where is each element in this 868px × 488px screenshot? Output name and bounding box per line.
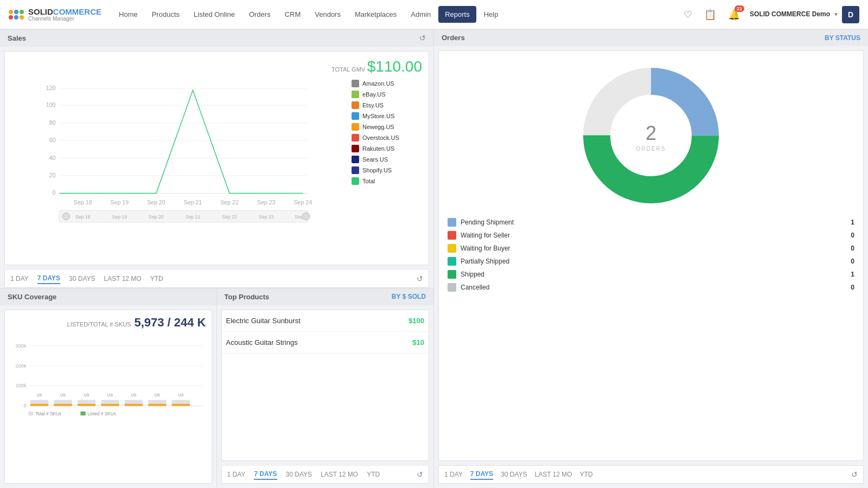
notifications-button[interactable]: 🔔 21 xyxy=(726,7,742,23)
legend-count-waiting-seller: 0 xyxy=(851,232,854,239)
clipboard-icon: 📋 xyxy=(704,9,716,20)
legend-label-newegg: Newegg.US xyxy=(362,124,394,130)
legend-label-mystore: MyStore.US xyxy=(362,113,394,119)
svg-text:Sep 18: Sep 18 xyxy=(75,214,91,220)
legend-shipped: Shipped 1 xyxy=(443,268,859,281)
brand-subtitle: Channels Manager xyxy=(28,16,101,22)
dot-2 xyxy=(14,10,18,14)
brand-dots xyxy=(9,10,24,20)
svg-rect-59 xyxy=(172,403,190,406)
legend-label-etsy: Etsy.US xyxy=(362,102,384,108)
product-row-1: Electric Guitar Sunburst $100 xyxy=(222,310,429,332)
sales-filter-ytd[interactable]: YTD xyxy=(150,274,163,284)
legend-count-pending: 1 xyxy=(851,219,854,226)
legend-color-shipped xyxy=(448,270,456,279)
nav-orders[interactable]: Orders xyxy=(242,6,277,23)
legend-amazon: Amazon.US xyxy=(352,80,422,87)
product-name-1: Electric Guitar Sunburst xyxy=(226,317,301,325)
favorites-button[interactable]: ♡ xyxy=(681,7,694,23)
orders-refresh-button[interactable]: ↺ xyxy=(851,470,858,479)
chart-area: 120 100 80 60 40 20 0 xyxy=(11,80,422,233)
svg-rect-62 xyxy=(80,411,85,415)
nav-crm[interactable]: CRM xyxy=(278,6,308,23)
sku-panel: LISTED/TOTAL # SKUS 5,973 / 244 K 300k 2… xyxy=(4,310,212,484)
top-products-title: Top Products xyxy=(225,293,270,301)
svg-text:100k: 100k xyxy=(16,383,27,388)
dot-3 xyxy=(20,10,24,14)
orders-filter-7days[interactable]: 7 DAYS xyxy=(470,469,493,480)
tp-filter-1day[interactable]: 1 DAY xyxy=(227,470,246,479)
legend-label-shopify: Shopify.US xyxy=(362,167,392,174)
orders-filter-ytd[interactable]: YTD xyxy=(580,470,593,479)
sales-filter-12mo[interactable]: LAST 12 MO xyxy=(104,274,142,284)
page-body: Sales ↺ TOTAL GMV $110.00 120 100 80 60 xyxy=(0,29,868,488)
right-column: Orders BY STATUS 2 ORDERS xyxy=(434,29,868,488)
legend-cancelled: Cancelled 0 xyxy=(443,281,859,294)
user-name-text: SOLID COMMERCE Demo xyxy=(750,10,830,19)
sales-filter-30days[interactable]: 30 DAYS xyxy=(69,274,95,284)
nav-home[interactable]: Home xyxy=(112,6,144,23)
product-price-1: $100 xyxy=(409,317,424,325)
sku-bar-chart: 300k 200k 100k 0 US xyxy=(10,334,206,421)
svg-text:Sep 19: Sep 19 xyxy=(110,199,129,206)
sales-title: Sales xyxy=(8,34,26,42)
orders-filter-1day[interactable]: 1 DAY xyxy=(444,470,463,479)
legend-label-amazon: Amazon.US xyxy=(362,80,394,87)
orders-header: Orders BY STATUS xyxy=(434,29,868,46)
legend-etsy: Etsy.US xyxy=(352,101,422,109)
clipboard-button[interactable]: 📋 xyxy=(702,7,718,23)
nav-marketplaces[interactable]: Marketplaces xyxy=(348,6,403,23)
legend-color-ebay xyxy=(352,91,359,98)
product-row-2: Acoustic Guitar Strings $10 xyxy=(222,332,429,354)
nav-admin[interactable]: Admin xyxy=(404,6,437,23)
sales-filter-1day[interactable]: 1 DAY xyxy=(10,274,29,284)
svg-text:40: 40 xyxy=(49,155,56,161)
navbar-right: ♡ 📋 🔔 21 SOLID COMMERCE Demo ▼ D xyxy=(681,6,859,23)
total-gmv-value: $110.00 xyxy=(367,58,422,75)
legend-shopify: Shopify.US xyxy=(352,166,422,174)
svg-text:20: 20 xyxy=(49,172,56,178)
sales-chart-refresh-button[interactable]: ↺ xyxy=(417,274,423,283)
svg-text:0: 0 xyxy=(23,403,26,408)
sku-coverage-header: SKU Coverage xyxy=(0,288,216,305)
legend-color-pending xyxy=(448,218,456,227)
svg-text:Sep 23: Sep 23 xyxy=(259,214,274,220)
tp-filter-30days[interactable]: 30 DAYS xyxy=(286,470,312,479)
svg-rect-60 xyxy=(28,411,33,415)
legend-newegg: Newegg.US xyxy=(352,123,422,131)
sales-filter-7days[interactable]: 7 DAYS xyxy=(37,273,60,284)
svg-text:Total # SKUs: Total # SKUs xyxy=(35,411,61,416)
tp-filter-7days[interactable]: 7 DAYS xyxy=(254,469,277,480)
tp-refresh-button[interactable]: ↺ xyxy=(417,470,423,479)
legend-total: Total xyxy=(352,177,422,185)
nav-vendors[interactable]: Vendors xyxy=(308,6,347,23)
nav-reports[interactable]: Reports xyxy=(438,6,476,23)
tp-filter-12mo[interactable]: LAST 12 MO xyxy=(321,470,358,479)
user-menu[interactable]: SOLID COMMERCE Demo ▼ D xyxy=(750,6,859,23)
top-products-time-filters: 1 DAY 7 DAYS 30 DAYS LAST 12 MO YTD ↺ xyxy=(221,465,430,484)
sales-refresh-button[interactable]: ↺ xyxy=(419,34,426,42)
brand-logo[interactable]: SOLIDCOMMERCE Channels Manager xyxy=(9,7,101,22)
orders-filter-30days[interactable]: 30 DAYS xyxy=(501,470,527,479)
legend-sears: Sears.US xyxy=(352,156,422,163)
navbar: SOLIDCOMMERCE Channels Manager Home Prod… xyxy=(0,0,868,29)
orders-title: Orders xyxy=(442,34,465,42)
svg-text:Sep 18: Sep 18 xyxy=(74,199,92,206)
nav-products[interactable]: Products xyxy=(145,6,186,23)
legend-color-overstock xyxy=(352,134,359,142)
legend-rakuten: Rakuten.US xyxy=(352,145,422,152)
svg-rect-56 xyxy=(148,403,166,406)
svg-text:Sep 20: Sep 20 xyxy=(147,199,165,206)
legend-label-cancelled: Cancelled xyxy=(461,284,851,291)
nav-listed-online[interactable]: Listed Online xyxy=(187,6,241,23)
top-products-col: Top Products BY $ SOLD Electric Guitar S… xyxy=(217,288,434,489)
tp-filter-ytd[interactable]: YTD xyxy=(367,470,380,479)
sales-chart-container: TOTAL GMV $110.00 120 100 80 60 40 20 0 xyxy=(4,51,429,265)
total-gmv-display: TOTAL GMV $110.00 xyxy=(11,58,422,75)
svg-text:Sep 24: Sep 24 xyxy=(293,199,312,206)
legend-label-pending: Pending Shipment xyxy=(461,219,851,226)
svg-text:Sep 19: Sep 19 xyxy=(112,214,127,220)
orders-filter-12mo[interactable]: LAST 12 MO xyxy=(535,470,572,479)
svg-text:Sep 20: Sep 20 xyxy=(149,214,164,220)
nav-help[interactable]: Help xyxy=(477,6,505,23)
